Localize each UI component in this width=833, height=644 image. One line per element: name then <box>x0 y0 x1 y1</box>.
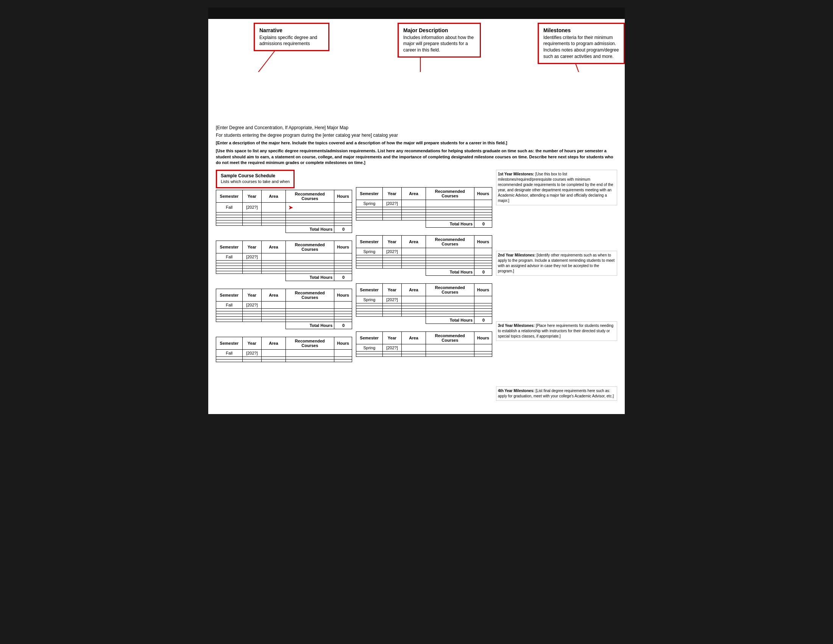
table-row <box>216 311 352 314</box>
table-row <box>356 207 492 209</box>
year1-fall-table: Semester Year Area Recommended Courses H… <box>216 190 352 233</box>
narrative-annotation: Narrative Explains specific degree and a… <box>254 23 330 51</box>
table-row <box>216 359 352 362</box>
table-row <box>216 316 352 319</box>
svg-line-0 <box>242 51 275 72</box>
table-row <box>216 266 352 268</box>
year4-milestone-label: 4th Year Milestones: <box>498 389 535 393</box>
table-row <box>356 217 492 220</box>
table-row: Fall [202?] <box>216 301 352 308</box>
year4-spring-table: Semester Year Area Recommended Courses H… <box>356 332 492 357</box>
annotations-area: Narrative Explains specific degree and a… <box>208 19 625 72</box>
table-row <box>216 356 352 359</box>
main-content-row: Sample Course Schedule Lists which cours… <box>216 170 617 406</box>
left-tables-column: Sample Course Schedule Lists which cours… <box>216 170 352 406</box>
table-row: Fall [202?] <box>216 349 352 356</box>
table-row <box>216 217 352 220</box>
table-row <box>216 223 352 225</box>
table-row: Spring [202?] <box>356 248 492 255</box>
spacer <box>356 170 492 187</box>
table-row <box>356 308 492 311</box>
year2-spring-table: Semester Year Area Recommended Courses H… <box>356 235 492 276</box>
table-row <box>216 268 352 271</box>
table-row <box>356 258 492 260</box>
major-description: Includes information about how the major… <box>403 34 475 53</box>
top-bar <box>208 8 625 19</box>
year3-fall-table: Semester Year Area Recommended Courses H… <box>216 289 352 329</box>
year1-milestone-label: 1st Year Milestones: <box>498 172 534 176</box>
year3-milestone: 3rd Year Milestones: [Place here require… <box>496 321 617 341</box>
table-row <box>216 308 352 311</box>
table-row <box>216 212 352 215</box>
table-row <box>356 255 492 258</box>
milestones-annotation: Milestones Identifies criteria for their… <box>538 23 625 64</box>
table-row <box>356 209 492 212</box>
year1-fall-section: Sample Course Schedule Lists which cours… <box>216 170 352 233</box>
table-row <box>356 311 492 314</box>
table-row <box>216 319 352 322</box>
table-row <box>356 260 492 263</box>
table-row: Fall [202?] <box>216 253 352 260</box>
year3-spring-table: Semester Year Area Recommended Courses H… <box>356 283 492 324</box>
total-row: Total Hours 0 <box>356 268 492 275</box>
table-row: Spring [202?] <box>356 344 492 351</box>
table-row: Fall [202?] ➤ <box>216 202 352 212</box>
total-row: Total Hours 0 <box>356 316 492 324</box>
year1-milestone-text: [Use this box to list milestones/require… <box>498 172 613 203</box>
table-row <box>356 306 492 308</box>
arrow-indicator: ➤ <box>288 204 293 211</box>
table-row <box>216 314 352 316</box>
milestones-description: Identifies criteria for their minimum re… <box>544 34 619 60</box>
page-container: Narrative Explains specific degree and a… <box>208 8 625 414</box>
table-row <box>216 220 352 223</box>
milestones-title: Milestones <box>544 27 619 34</box>
table-row <box>356 351 492 354</box>
right-tables-column: Semester Year Area Recommended Courses H… <box>356 170 492 406</box>
year1-milestone: 1st Year Milestones: [Use this box to li… <box>496 170 617 205</box>
total-row: Total Hours 0 <box>216 225 352 233</box>
table-row <box>356 215 492 217</box>
year1-spring-table: Semester Year Area Recommended Courses H… <box>356 187 492 228</box>
th-semester: Semester <box>216 190 243 202</box>
table-row <box>356 354 492 356</box>
table-row <box>216 263 352 266</box>
table-row <box>216 271 352 274</box>
th-hours: Hours <box>334 190 352 202</box>
year4-milestone: 4th Year Milestones: [List final degree … <box>496 386 617 401</box>
narrative-title: Narrative <box>259 27 324 34</box>
doc-body-line4: [Use this space to list any specific deg… <box>216 148 617 166</box>
table-row <box>356 212 492 215</box>
table-row <box>356 263 492 266</box>
th-courses: Recommended Courses <box>286 190 334 202</box>
table-row <box>356 314 492 316</box>
table-row <box>216 260 352 263</box>
year2-milestone: 2nd Year Milestones: [Identify other req… <box>496 251 617 276</box>
doc-header-line1: [Enter Degree and Concentration, If Appr… <box>216 125 617 130</box>
doc-header-line2: For students entering the degree program… <box>216 133 617 138</box>
content-area: [Enter Degree and Concentration, If Appr… <box>208 121 625 414</box>
year3-milestone-label: 3rd Year Milestones: <box>498 324 535 328</box>
doc-body-line3: [Enter a description of the major here. … <box>216 140 617 146</box>
table-row: Spring [202?] <box>356 200 492 207</box>
sample-schedule-label: Sample Course Schedule Lists which cours… <box>216 170 294 188</box>
table-row <box>356 266 492 268</box>
major-title: Major Description <box>403 27 475 34</box>
table-row: Spring [202?] <box>356 296 492 303</box>
total-row: Total Hours 0 <box>216 274 352 281</box>
milestones-column: 1st Year Milestones: [Use this box to li… <box>496 170 617 406</box>
year2-fall-table: Semester Year Area Recommended Courses H… <box>216 241 352 281</box>
major-description-annotation: Major Description Includes information a… <box>397 23 481 58</box>
th-year: Year <box>242 190 261 202</box>
table-row <box>216 215 352 217</box>
total-row: Total Hours 0 <box>356 220 492 227</box>
year2-milestone-label: 2nd Year Milestones: <box>498 253 536 257</box>
th-area: Area <box>262 190 286 202</box>
narrative-description: Explains specific degree and admissions … <box>259 34 324 47</box>
total-row: Total Hours 0 <box>216 322 352 329</box>
year4-fall-table: Semester Year Area Recommended Courses H… <box>216 337 352 362</box>
table-row <box>356 303 492 306</box>
